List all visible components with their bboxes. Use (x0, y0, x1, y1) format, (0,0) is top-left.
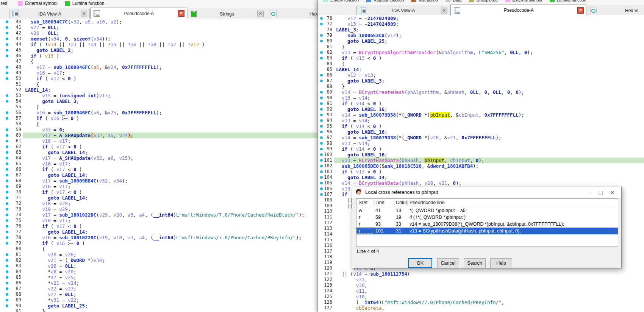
maximize-icon[interactable]: □ (597, 189, 605, 196)
code-line[interactable]: 68 v17 = sub_18009BB4C(v32, v34); (0, 178, 317, 184)
code-text[interactable]: || (v14 = sub_180112754( (336, 271, 410, 277)
code-line[interactable]: 84 *a8 = v20; (0, 269, 317, 275)
code-line[interactable]: 100 goto LABEL_16; (318, 152, 644, 158)
line-marker-dot-icon[interactable] (6, 270, 8, 273)
line-marker-dot-icon[interactable] (6, 265, 8, 267)
xref-row[interactable]: r10131v13 = BCryptHashData(phHash, pbInp… (356, 228, 618, 234)
code-line[interactable]: 91 if ( v14 < 0 ) (318, 101, 644, 106)
line-marker-dot-icon[interactable] (6, 55, 8, 57)
line-marker-dot-icon[interactable] (6, 26, 8, 29)
code-text[interactable]: v19 = v29; (25, 206, 70, 212)
line-marker-dot-icon[interactable] (6, 202, 8, 205)
code-text[interactable]: v13 = v14; (336, 118, 370, 123)
code-line[interactable]: 78LABEL_3: (318, 27, 644, 33)
code-line[interactable]: 62 if ( v17 < 0 ) (0, 144, 317, 150)
code-line[interactable]: 56 v16 = sub_1800946FC(a6, &v25, 0x7FFFF… (0, 110, 317, 115)
code-line[interactable]: 122 v31, (318, 277, 644, 282)
code-text[interactable]: if ( v13 ) (25, 53, 59, 59)
code-line[interactable]: 126 (__int64)L"msft:Windows/7.0/Phone/Ca… (318, 300, 644, 305)
code-text[interactable]: v11, (336, 288, 367, 294)
code-line[interactable]: 80 goto LABEL_25; (318, 38, 644, 44)
code-text[interactable]: v12 = -2147024809; (336, 16, 399, 21)
cancel-button[interactable]: Cancel (437, 258, 459, 268)
code-line[interactable]: 82 v13 = BCryptOpenAlgorithmProvider(&ph… (318, 50, 644, 55)
code-text[interactable]: memset(v34, 0, sizeof(v34)); (25, 36, 111, 42)
line-marker-dot-icon[interactable] (6, 49, 8, 51)
code-line[interactable]: 53 v15 = (unsigned int)v17; (0, 93, 317, 98)
close-icon[interactable]: × (608, 189, 616, 196)
code-text[interactable]: LABEL_14: (336, 67, 362, 72)
code-line[interactable]: 49 v16 = v17; (0, 70, 317, 76)
xref-row[interactable]: w4113*(_QWORD *)pbInput = a5; (356, 207, 618, 214)
help-button[interactable]: Help (490, 258, 512, 268)
code-text[interactable]: v17 = A_SHAUpdate(v32, a5, v24); (25, 133, 133, 138)
code-text[interactable]: v31, (336, 277, 367, 282)
code-text[interactable]: v12 = v13; (336, 72, 376, 78)
tab-close-icon[interactable]: × (178, 10, 184, 17)
line-marker-dot-icon[interactable] (6, 208, 8, 211)
line-marker-dot-icon[interactable] (6, 253, 8, 256)
code-text[interactable]: v21 = (_DWORD *)v30; (25, 257, 105, 263)
code-text[interactable]: goto LABEL_14; (336, 175, 388, 180)
code-line[interactable]: 61 v16 = v17; (0, 138, 317, 144)
code-line[interactable]: 82 v21 = (_DWORD *)v30; (0, 257, 317, 263)
code-text[interactable]: v16 = sub_1800946FC(a6, &v25, 0x7FFFFFFF… (25, 110, 162, 115)
code-text[interactable]: v27 = 0LL; (25, 292, 76, 297)
tab-strings[interactable]: ”Strings× (188, 9, 266, 19)
code-line[interactable]: 67 goto LABEL_14; (0, 172, 317, 178)
code-line[interactable]: 80 { (0, 246, 317, 252)
code-line[interactable]: 46 if ( v13 ) (0, 53, 317, 59)
code-line[interactable]: 50 if ( v17 < 0 ) (0, 76, 317, 81)
code-line[interactable]: 84 { (318, 61, 644, 67)
code-line[interactable]: 95 if ( v14 < 0 ) (318, 123, 644, 129)
code-line[interactable]: 99 if ( v14 < 0 ) (318, 146, 644, 152)
code-line[interactable]: 121 || (v14 = sub_180112754( (318, 271, 644, 277)
line-marker-dot-icon[interactable] (6, 111, 8, 114)
code-text[interactable]: } (25, 104, 39, 110)
code-text[interactable]: v17 = sub_1801022DC(v29, v28, a3, a4, (_… (25, 212, 305, 218)
code-text[interactable]: goto LABEL_14; (25, 150, 88, 155)
code-line[interactable]: 78 v16 = sub_1801022DC(v19, v18, a3, a4,… (0, 235, 317, 240)
code-line[interactable]: 96 goto LABEL_16; (318, 129, 644, 135)
line-marker-dot-icon[interactable] (6, 37, 8, 40)
code-text[interactable]: v13 = BCryptHashData(phHash, pbInput, cb… (336, 158, 484, 163)
code-text[interactable]: if ( v17 < 0 ) (25, 167, 82, 172)
code-line[interactable]: 69 v16 = v17; (0, 184, 317, 189)
tab-ida-view-a[interactable]: IDA View-A× (9, 9, 90, 19)
code-line[interactable]: 42 v26 = 0LL; (0, 30, 317, 36)
column-header-line[interactable]: Line (375, 199, 392, 207)
code-text[interactable]: } (25, 309, 45, 312)
code-text[interactable]: goto LABEL_3; (25, 98, 79, 104)
code-text[interactable]: *a8 = v20; (25, 269, 76, 275)
line-marker-dot-icon[interactable] (6, 151, 8, 154)
line-marker-dot-icon[interactable] (6, 242, 8, 245)
code-line[interactable]: 125 v10, (318, 294, 644, 300)
column-header-xref[interactable]: Xref (359, 199, 372, 207)
code-text[interactable]: if ( v17 < 0 ) (25, 76, 77, 81)
code-text[interactable]: v27 = 0LL; (25, 25, 59, 30)
code-text[interactable]: v33 = 0; (25, 127, 65, 133)
search-button[interactable]: Search (464, 258, 486, 268)
code-text[interactable]: goto LABEL_25; (25, 303, 88, 309)
code-text[interactable]: } (336, 84, 345, 89)
code-line[interactable]: 123 v30, (318, 282, 644, 288)
line-marker-dot-icon[interactable] (6, 145, 8, 148)
code-text[interactable]: if ( v17 < 0 ) (25, 189, 82, 195)
code-text[interactable]: goto LABEL_3; (336, 78, 385, 84)
code-text[interactable]: goto LABEL_2; (25, 47, 73, 53)
code-line[interactable]: 90 goto LABEL_25; (0, 303, 317, 309)
code-text[interactable]: *v21 = v24; (25, 280, 79, 286)
code-line[interactable]: 74 v17 = sub_1801022DC(v29, v28, a3, a4,… (0, 212, 317, 218)
tab-ida-view-a[interactable]: IDA View-A× (356, 6, 450, 15)
column-header-pseudocode-line[interactable]: Pseudocode line (410, 199, 614, 207)
line-marker-dot-icon[interactable] (6, 219, 8, 222)
tab-pseudocode-a[interactable]: Pseudocode-A× (450, 5, 586, 16)
code-text[interactable]: v14 = BCryptHashData(phHash, v28, v21, 0… (336, 180, 461, 186)
code-text[interactable]: if ( v16 >= 0 ) (25, 115, 79, 121)
line-marker-dot-icon[interactable] (6, 20, 8, 23)
code-line[interactable]: 72 v18 = v28; (0, 201, 317, 206)
code-text[interactable]: v17 = A_SHAUpdate(v32, a6, v25); (25, 155, 133, 161)
code-text[interactable]: goto LABEL_16; (336, 106, 388, 112)
code-text[interactable]: v14 = BCryptCreateHash(phAlgorithm, &phH… (336, 89, 524, 95)
code-line[interactable]: 127 cbSecreta, (318, 305, 644, 311)
